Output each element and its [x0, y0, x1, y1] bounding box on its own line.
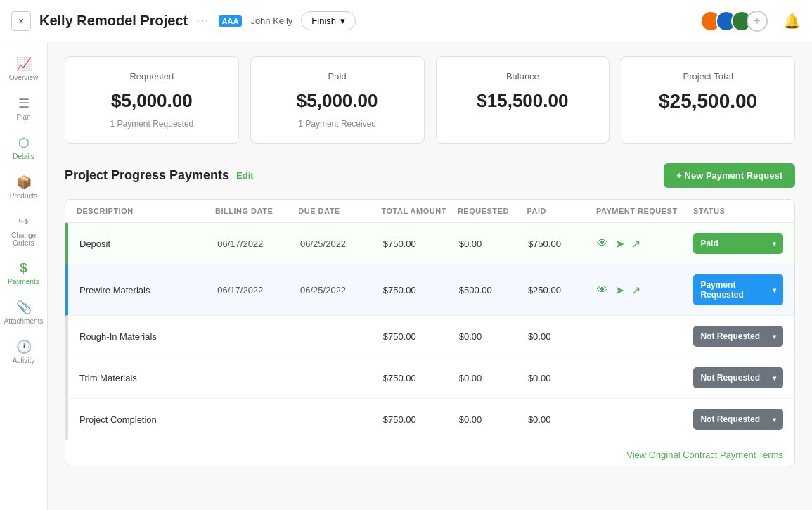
- row-billing-date: 06/17/2022: [217, 285, 300, 295]
- view-original-contract-link[interactable]: View Original Contract Payment Terms: [65, 440, 794, 466]
- more-options-button[interactable]: ···: [196, 15, 210, 27]
- paid-card-label: Paid: [265, 71, 410, 82]
- table-row: Trim Materials $750.00 $0.00 $0.00 Not R…: [65, 357, 794, 399]
- sidebar: 📈 Overview ☰ Plan ⬡ Details 📦 Products ↪…: [0, 0, 48, 510]
- payments-icon: $: [20, 261, 27, 276]
- row-status[interactable]: Paid ▾: [693, 233, 783, 254]
- user-name: John Kelly: [250, 15, 292, 26]
- row-paid: $0.00: [528, 414, 597, 425]
- sidebar-label-change-orders: Change Orders: [0, 231, 47, 247]
- project-total-card-amount: $25,500.00: [636, 90, 780, 113]
- col-header-due-date: DUE DATE: [298, 207, 381, 215]
- col-header-description: DESCRIPTION: [77, 207, 215, 215]
- requested-card-amount: $5,000.00: [79, 90, 224, 112]
- row-desc: Trim Materials: [79, 373, 217, 383]
- row-billing-date: 06/17/2022: [217, 238, 300, 249]
- balance-card-amount: $15,500.00: [451, 90, 595, 112]
- project-total-card: Project Total $25,500.00: [621, 56, 795, 144]
- sidebar-item-activity[interactable]: 🕐 Activity: [0, 332, 47, 371]
- col-header-total-amount: TOTAL AMOUNT: [382, 207, 458, 215]
- row-requested: $0.00: [459, 414, 528, 425]
- main-content: Requested $5,000.00 1 Payment Requested …: [48, 42, 812, 510]
- table-row: Prewire Materials 06/17/2022 06/25/2022 …: [65, 264, 794, 316]
- row-total: $750.00: [383, 331, 459, 342]
- table-row: Rough-In Materials $750.00 $0.00 $0.00 N…: [65, 316, 794, 357]
- row-desc: Rough-In Materials: [79, 331, 217, 342]
- aaa-badge: AAA: [219, 15, 243, 27]
- row-desc: Project Completion: [79, 414, 217, 425]
- row-desc: Prewire Materials: [79, 285, 217, 295]
- products-icon: 📦: [16, 174, 32, 190]
- sidebar-label-attachments: Attachments: [4, 317, 44, 325]
- summary-cards: Requested $5,000.00 1 Payment Requested …: [65, 56, 795, 144]
- row-requested: $0.00: [459, 373, 528, 383]
- sidebar-label-activity: Activity: [13, 357, 35, 364]
- trend-icon[interactable]: ↗: [631, 283, 640, 297]
- avatars: +: [706, 11, 768, 32]
- paid-card-amount: $5,000.00: [265, 90, 410, 112]
- finish-button[interactable]: Finish ▾: [301, 11, 356, 30]
- sidebar-label-details: Details: [13, 153, 34, 160]
- row-status[interactable]: Not Requested ▾: [693, 326, 783, 347]
- sidebar-item-details[interactable]: ⬡ Details: [0, 128, 47, 167]
- overview-icon: 📈: [16, 56, 32, 72]
- add-member-button[interactable]: +: [747, 11, 768, 32]
- row-paid: $0.00: [528, 373, 597, 383]
- row-action-icons: 👁 ➤ ↗: [597, 237, 693, 250]
- topbar: × Kelly Remodel Project ··· AAA John Kel…: [0, 0, 812, 42]
- col-header-status: STATUS: [693, 207, 783, 215]
- activity-icon: 🕐: [16, 339, 32, 355]
- sidebar-item-products[interactable]: 📦 Products: [0, 167, 47, 207]
- sidebar-item-attachments[interactable]: 📎 Attachments: [0, 293, 47, 332]
- row-requested: $0.00: [459, 238, 528, 249]
- table-row: Deposit 06/17/2022 06/25/2022 $750.00 $0…: [65, 223, 794, 264]
- sidebar-item-payments[interactable]: $ Payments: [0, 254, 47, 293]
- send-icon[interactable]: ➤: [615, 237, 624, 250]
- row-status[interactable]: Payment Requested ▾: [693, 274, 783, 305]
- sidebar-label-overview: Overview: [9, 74, 39, 82]
- paid-card: Paid $5,000.00 1 Payment Received: [250, 56, 425, 144]
- edit-link[interactable]: Edit: [236, 170, 254, 181]
- row-paid: $750.00: [528, 238, 597, 249]
- table-header: DESCRIPTION BILLING DATE DUE DATE TOTAL …: [65, 200, 794, 223]
- requested-card-label: Requested: [79, 71, 224, 82]
- notification-bell-icon[interactable]: 🔔: [783, 13, 801, 30]
- payments-table: DESCRIPTION BILLING DATE DUE DATE TOTAL …: [65, 199, 795, 466]
- sidebar-item-overview[interactable]: 📈 Overview: [0, 49, 47, 89]
- view-icon[interactable]: 👁: [597, 283, 608, 296]
- row-total: $750.00: [383, 414, 459, 425]
- section-title: Project Progress Payments Edit: [65, 168, 254, 183]
- row-requested: $0.00: [459, 331, 528, 342]
- sidebar-item-plan[interactable]: ☰ Plan: [0, 89, 47, 128]
- row-total: $750.00: [383, 373, 459, 383]
- balance-card: Balance $15,500.00: [436, 56, 610, 144]
- col-header-paid: PAID: [527, 207, 596, 215]
- row-paid: $0.00: [528, 331, 597, 342]
- close-button[interactable]: ×: [11, 11, 31, 31]
- row-action-icons: 👁 ➤ ↗: [597, 283, 693, 297]
- col-header-requested: REQUESTED: [458, 207, 527, 215]
- details-icon: ⬡: [18, 135, 30, 151]
- row-due-date: 06/25/2022: [300, 285, 383, 295]
- plan-icon: ☰: [18, 96, 30, 111]
- row-desc: Deposit: [79, 238, 217, 249]
- attachments-icon: 📎: [16, 300, 32, 315]
- row-total: $750.00: [383, 285, 459, 295]
- project-title: Kelly Remodel Project: [39, 13, 188, 29]
- paid-card-sublabel: 1 Payment Received: [265, 119, 410, 129]
- new-payment-request-button[interactable]: + New Payment Request: [664, 163, 795, 188]
- balance-card-label: Balance: [451, 71, 595, 82]
- send-icon[interactable]: ➤: [615, 283, 624, 297]
- requested-card-sublabel: 1 Payment Requested: [79, 119, 224, 129]
- project-total-card-label: Project Total: [636, 71, 780, 82]
- view-icon[interactable]: 👁: [597, 237, 608, 250]
- sidebar-label-plan: Plan: [16, 113, 30, 121]
- sidebar-item-change-orders[interactable]: ↪ Change Orders: [0, 207, 47, 254]
- trend-icon[interactable]: ↗: [631, 237, 640, 250]
- col-header-billing-date: BILLING DATE: [215, 207, 298, 215]
- row-status[interactable]: Not Requested ▾: [693, 409, 783, 430]
- row-status[interactable]: Not Requested ▾: [693, 367, 783, 388]
- sidebar-label-payments: Payments: [8, 278, 39, 286]
- section-header: Project Progress Payments Edit + New Pay…: [65, 163, 795, 188]
- row-paid: $250.00: [528, 285, 597, 295]
